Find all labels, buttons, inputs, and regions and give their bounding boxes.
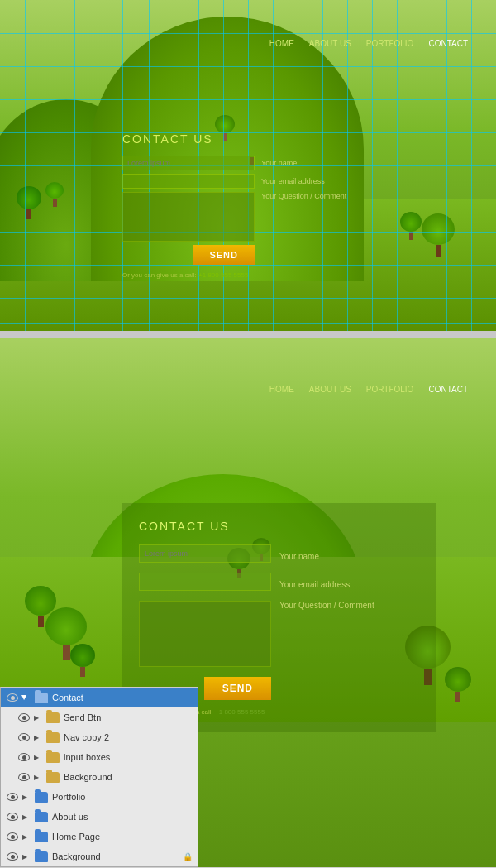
layer-background-contact-name: Background bbox=[64, 772, 112, 782]
email-row-bottom: Your email address bbox=[139, 573, 420, 596]
folder-portfolio bbox=[35, 792, 48, 803]
layers-panel: ▶ Contact ▶ Send Btn ▶ Nav copy 2 bbox=[0, 687, 198, 867]
or-call-top: Or you can give us a call: +1 800 555 55… bbox=[122, 271, 346, 279]
email-label-top: Your email address bbox=[261, 177, 325, 185]
contact-title-top: CONTACT US bbox=[122, 132, 346, 146]
layer-contact[interactable]: ▶ Contact bbox=[1, 688, 198, 707]
contact-title-bottom: CONTACT US bbox=[139, 520, 420, 533]
nav-portfolio-bottom[interactable]: PORTFOLIO bbox=[363, 383, 417, 396]
top-design-section: HOME ABOUT US PORTFOLIO CONTACT CONTACT … bbox=[0, 0, 496, 331]
tree-bl-3 bbox=[70, 644, 95, 677]
comment-label-bottom: Your Question / Comment bbox=[279, 601, 374, 610]
layer-about-us-name: About us bbox=[52, 812, 88, 822]
folder-about-us bbox=[35, 812, 48, 822]
layer-about-us[interactable]: ▶ About us bbox=[1, 807, 198, 827]
arrow-send-btn[interactable]: ▶ bbox=[31, 712, 42, 723]
nav-portfolio-top[interactable]: PORTFOLIO bbox=[363, 37, 417, 50]
comment-row-bottom: Your Question / Comment bbox=[139, 601, 420, 672]
name-input-bottom[interactable] bbox=[139, 544, 271, 563]
section-divider bbox=[0, 331, 496, 338]
eye-background-bottom[interactable] bbox=[6, 851, 19, 862]
layer-input-boxes-name: input boxes bbox=[64, 752, 110, 762]
eye-nav-copy2[interactable] bbox=[17, 731, 31, 743]
nav-about-top[interactable]: ABOUT US bbox=[306, 37, 355, 50]
name-row-top: Your name bbox=[122, 156, 346, 170]
nav-contact-top[interactable]: CONTACT bbox=[425, 37, 471, 50]
folder-send-btn bbox=[46, 712, 60, 723]
layer-contact-name: Contact bbox=[52, 693, 83, 703]
contact-form-top: CONTACT US Your name Your email address … bbox=[122, 132, 346, 279]
layer-background-bottom-name: Background bbox=[52, 851, 101, 861]
folder-background-bottom bbox=[35, 851, 48, 862]
name-input-top[interactable] bbox=[122, 156, 255, 170]
layer-send-btn[interactable]: ▶ Send Btn bbox=[1, 707, 198, 727]
arrow-input-boxes[interactable]: ▶ bbox=[31, 751, 42, 763]
eye-about-us[interactable] bbox=[6, 811, 19, 822]
layer-home-page-name: Home Page bbox=[52, 832, 100, 842]
layer-background-contact[interactable]: ▶ Background bbox=[1, 767, 198, 787]
email-input-top[interactable] bbox=[122, 174, 255, 189]
eye-background-contact[interactable] bbox=[17, 771, 31, 783]
folder-input-boxes bbox=[46, 752, 60, 763]
layer-nav-copy2-name: Nav copy 2 bbox=[64, 732, 109, 742]
comment-row-top: SEND Your Question / Comment bbox=[122, 192, 346, 265]
phone-bottom: +1 800 555 5555 bbox=[215, 708, 265, 716]
send-button-top[interactable]: SEND bbox=[193, 245, 255, 265]
comment-textarea-top[interactable] bbox=[122, 192, 255, 242]
layer-send-btn-name: Send Btn bbox=[64, 712, 101, 722]
comment-textarea-bottom[interactable] bbox=[139, 601, 271, 667]
arrow-about-us[interactable]: ▶ bbox=[19, 811, 31, 822]
comment-label-top: Your Question / Comment bbox=[261, 192, 346, 200]
layer-background-bottom[interactable]: ▶ Background 🔒 bbox=[1, 846, 198, 866]
name-label-top: Your name bbox=[261, 159, 297, 167]
tree-6 bbox=[400, 212, 422, 240]
lock-icon: 🔒 bbox=[183, 852, 193, 861]
tree-2 bbox=[45, 182, 64, 207]
arrow-contact[interactable]: ▶ bbox=[19, 692, 31, 703]
eye-portfolio[interactable] bbox=[6, 791, 19, 803]
tree-br-2 bbox=[445, 667, 471, 702]
folder-contact bbox=[35, 693, 48, 703]
send-button-bottom[interactable]: SEND bbox=[204, 677, 271, 700]
name-row-bottom: Your name bbox=[139, 544, 420, 568]
phone-top: +1 800 555 5555 bbox=[198, 271, 248, 279]
folder-background-contact bbox=[46, 772, 60, 783]
nav-home-top[interactable]: HOME bbox=[266, 37, 298, 50]
arrow-background-bottom[interactable]: ▶ bbox=[19, 851, 31, 862]
eye-input-boxes[interactable] bbox=[17, 751, 31, 763]
layer-input-boxes[interactable]: ▶ input boxes bbox=[1, 747, 198, 767]
email-input-bottom[interactable] bbox=[139, 573, 271, 591]
tree-1 bbox=[17, 186, 41, 219]
layer-portfolio-name: Portfolio bbox=[52, 792, 85, 802]
tree-5 bbox=[422, 213, 455, 257]
name-label-bottom: Your name bbox=[279, 552, 319, 561]
nav-home-bottom[interactable]: HOME bbox=[266, 383, 298, 396]
email-row-top: Your email address bbox=[122, 174, 346, 189]
folder-nav-copy2 bbox=[46, 732, 60, 743]
eye-contact[interactable] bbox=[6, 692, 19, 703]
arrow-home-page[interactable]: ▶ bbox=[19, 831, 31, 842]
nav-contact-bottom[interactable]: CONTACT bbox=[425, 383, 471, 396]
layer-nav-copy2[interactable]: ▶ Nav copy 2 bbox=[1, 727, 198, 747]
eye-send-btn[interactable] bbox=[17, 712, 31, 723]
arrow-background-contact[interactable]: ▶ bbox=[31, 771, 42, 783]
eye-home-page[interactable] bbox=[6, 831, 19, 842]
arrow-portfolio[interactable]: ▶ bbox=[19, 791, 31, 803]
nav-top: HOME ABOUT US PORTFOLIO CONTACT bbox=[266, 37, 471, 50]
arrow-nav-copy2[interactable]: ▶ bbox=[31, 731, 42, 743]
layer-home-page[interactable]: ▶ Home Page bbox=[1, 827, 198, 846]
email-label-bottom: Your email address bbox=[279, 580, 350, 589]
layer-portfolio[interactable]: ▶ Portfolio bbox=[1, 787, 198, 807]
folder-home-page bbox=[35, 832, 48, 842]
bottom-design-section: HOME ABOUT US PORTFOLIO CONTACT CONTACT … bbox=[0, 338, 496, 867]
nav-about-bottom[interactable]: ABOUT US bbox=[306, 383, 355, 396]
nav-bottom: HOME ABOUT US PORTFOLIO CONTACT bbox=[266, 383, 471, 396]
